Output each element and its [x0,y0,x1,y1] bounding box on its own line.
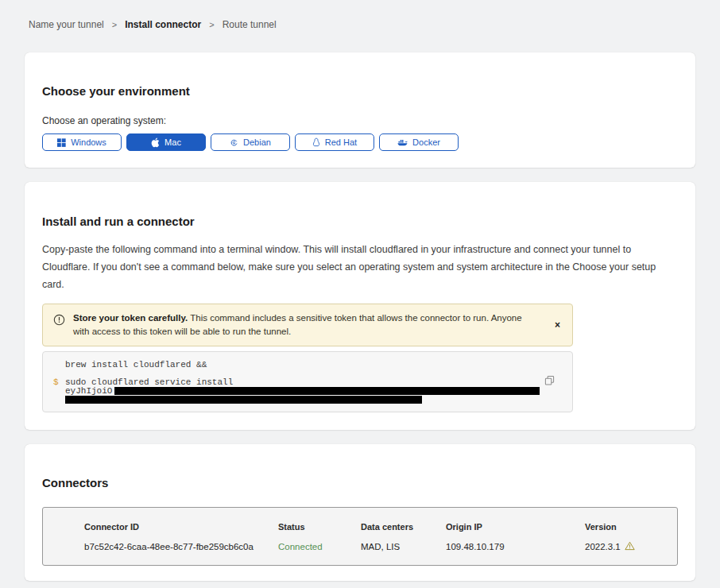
os-button-label: Mac [165,137,181,147]
install-description: Copy-paste the following command into a … [42,241,678,293]
os-button-label: Red Hat [325,137,357,147]
debian-icon [230,138,238,147]
apple-icon [151,137,160,148]
token-prefix: eyJhIjoiO [65,386,112,396]
version-value: 2022.3.1 [585,541,677,552]
code-text: brew install cloudflared && [65,360,207,369]
col-header-version: Version [585,522,677,532]
warning-triangle-icon [625,541,635,552]
breadcrumb-step-route-tunnel[interactable]: Route tunnel [223,19,277,30]
table-row: b7c52c42-6caa-48ee-8c77-fbe259cb6c0a Con… [84,541,677,552]
os-button-label: Windows [71,137,106,147]
close-icon[interactable]: × [555,320,560,330]
code-line: brew install cloudflared && [53,361,556,369]
os-button-docker[interactable]: Docker [379,133,459,151]
origin-ip-value: 109.48.10.179 [446,542,585,551]
status-badge: Connected [278,542,361,551]
breadcrumb-step-install-connector[interactable]: Install connector [125,19,201,30]
windows-icon [57,138,66,147]
connector-id-value: b7c52c42-6caa-48ee-8c77-fbe259cb6c0a [84,542,278,551]
environment-card-title: Choose your environment [42,84,678,98]
table-header-row: Connector ID Status Data centers Origin … [84,522,677,532]
breadcrumb: Name your tunnel > Install connector > R… [0,0,720,30]
col-header-origin-ip: Origin IP [446,522,585,532]
install-card-title: Install and run a connector [42,215,678,228]
os-button-label: Docker [412,137,440,147]
token-redaction-bar [114,387,540,395]
code-line: $ sudo cloudflared service install [53,378,556,387]
connectors-card: Connectors Connector ID Status Data cent… [25,444,695,581]
data-centers-value: MAD, LIS [361,542,446,551]
os-button-group: Windows Mac Debian [42,133,678,151]
copy-icon[interactable] [544,375,555,389]
install-connector-card: Install and run a connector Copy-paste t… [25,182,695,429]
os-button-redhat[interactable]: Red Hat [295,133,374,151]
breadcrumb-step-name-tunnel[interactable]: Name your tunnel [29,19,104,30]
connectors-table: Connector ID Status Data centers Origin … [42,507,678,566]
col-header-status: Status [278,522,361,532]
install-command-codeblock: brew install cloudflared && $ sudo cloud… [42,351,573,412]
os-select-label: Choose an operating system: [42,115,678,126]
alert-title: Store your token carefully. [73,313,188,323]
col-header-data-centers: Data centers [361,522,446,532]
breadcrumb-separator: > [209,20,214,29]
connectors-card-title: Connectors [42,476,678,489]
info-circle-icon [53,314,65,338]
code-line-token: eyJhIjoiO [53,387,556,396]
linux-penguin-icon [312,137,320,147]
alert-text: Store your token carefully. This command… [73,311,540,338]
col-header-connector-id: Connector ID [84,522,278,532]
os-button-label: Debian [243,137,271,147]
code-line-token [53,396,556,404]
choose-environment-card: Choose your environment Choose an operat… [25,52,695,168]
docker-whale-icon [397,138,408,146]
os-button-mac[interactable]: Mac [126,133,206,151]
shell-prompt: $ [53,377,65,387]
os-button-debian[interactable]: Debian [211,133,290,151]
token-redaction-bar [65,396,422,404]
breadcrumb-separator: > [112,20,117,29]
os-button-windows[interactable]: Windows [42,133,122,151]
token-warning-alert: Store your token carefully. This command… [42,304,573,346]
